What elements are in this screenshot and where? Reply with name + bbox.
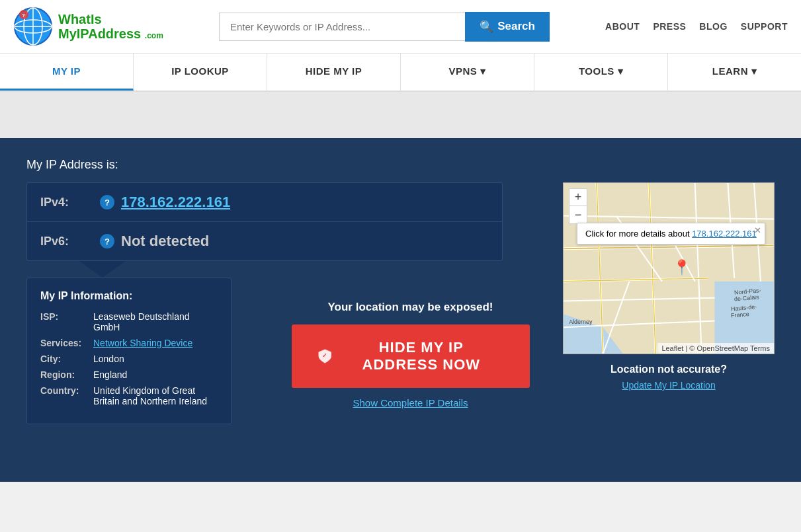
expose-panel: Your location may be exposed! ✓ HIDE MY … xyxy=(278,278,543,424)
show-details-link[interactable]: Show Complete IP Details xyxy=(353,397,468,408)
search-button[interactable]: 🔍 Search xyxy=(465,12,550,42)
ip-boxes: IPv4: ? 178.162.222.161 IPv6: ? Not dete… xyxy=(26,182,503,261)
map-tooltip-text: Click for more details about xyxy=(585,229,692,239)
svg-text:Alderney: Alderney xyxy=(569,319,593,325)
arrow-pointer xyxy=(79,261,126,278)
logo-text: WhatIs MyIPAddress .com xyxy=(58,12,163,41)
nav-tools[interactable]: TOOLS ▾ xyxy=(534,54,668,91)
map-attribution: Leaflet | © OpenStreetMap Terms xyxy=(657,343,774,354)
isp-row: ISP: Leaseweb Deutschland GmbH xyxy=(40,311,218,332)
map-zoom-in-button[interactable]: + xyxy=(569,189,587,206)
bottom-info: My IP Information: ISP: Leaseweb Deutsch… xyxy=(26,278,543,424)
map-tooltip: Click for more details about 178.162.222… xyxy=(577,223,765,245)
ipv6-value: Not detected xyxy=(121,233,209,250)
ip-address-title: My IP Address is: xyxy=(26,158,775,172)
svg-text:?: ? xyxy=(22,13,25,19)
location-question: Location not accurate? xyxy=(563,363,775,375)
ipv6-row: IPv6: ? Not detected xyxy=(27,222,502,260)
update-location-link[interactable]: Update My IP Location xyxy=(622,380,715,391)
support-link[interactable]: SUPPORT xyxy=(741,21,788,32)
nav-vpns[interactable]: VPNS ▾ xyxy=(401,54,534,91)
info-panel-wrapper: My IP Information: ISP: Leaseweb Deutsch… xyxy=(26,278,232,424)
search-icon: 🔍 xyxy=(480,20,493,34)
right-arrow-icon xyxy=(245,328,265,361)
about-link[interactable]: ABOUT xyxy=(605,21,640,32)
top-nav: ABOUT PRESS BLOG SUPPORT xyxy=(605,21,788,32)
isp-value: Leaseweb Deutschland GmbH xyxy=(93,311,218,332)
location-info: Location not accurate? Update My IP Loca… xyxy=(563,363,775,391)
nav-my-ip[interactable]: MY IP xyxy=(0,54,134,91)
map-tooltip-close[interactable]: ✕ xyxy=(754,225,761,235)
map-zoom-out-button[interactable]: − xyxy=(569,206,587,223)
region-value: England xyxy=(93,369,127,380)
hide-ip-button[interactable]: ✓ HIDE MY IP ADDRESS NOW xyxy=(292,324,530,388)
blog-link[interactable]: BLOG xyxy=(699,21,727,32)
map-location-pin: 📍 xyxy=(673,259,691,276)
search-area: 🔍 Search xyxy=(219,12,550,42)
svg-text:✓: ✓ xyxy=(322,352,328,359)
nav-hide-my-ip[interactable]: HIDE MY IP xyxy=(267,54,401,91)
logo-globe-icon: ? xyxy=(13,7,53,46)
map-zoom-controls: + − xyxy=(569,188,587,224)
ipv4-help-icon[interactable]: ? xyxy=(100,195,114,209)
nav-ip-lookup[interactable]: IP LOOKUP xyxy=(134,54,267,91)
map-tooltip-ip[interactable]: 178.162.222.161 xyxy=(692,229,757,239)
ipv4-value[interactable]: 178.162.222.161 xyxy=(121,194,230,211)
services-row: Services: Network Sharing Device xyxy=(40,338,218,348)
search-input[interactable] xyxy=(219,13,465,41)
country-value: United Kingdom of Great Britain and Nort… xyxy=(93,385,218,406)
info-panel: My IP Information: ISP: Leaseweb Deutsch… xyxy=(26,278,232,424)
map-container: Nord-Pas- de-Calais Hauts-de- France Ald… xyxy=(563,182,775,391)
left-column: IPv4: ? 178.162.222.161 IPv6: ? Not dete… xyxy=(26,182,543,424)
city-row: City: London xyxy=(40,354,218,364)
nav-learn[interactable]: LEARN ▾ xyxy=(668,54,801,91)
region-row: Region: England xyxy=(40,369,218,380)
nav-bar: MY IP IP LOOKUP HIDE MY IP VPNS ▾ TOOLS … xyxy=(0,54,801,92)
city-value: London xyxy=(93,354,124,364)
right-arrow-area xyxy=(245,278,265,424)
map-roads-svg: Nord-Pas- de-Calais Hauts-de- France Ald… xyxy=(564,183,774,354)
services-value[interactable]: Network Sharing Device xyxy=(93,338,192,348)
map-box[interactable]: Nord-Pas- de-Calais Hauts-de- France Ald… xyxy=(563,182,775,354)
ipv6-help-icon[interactable]: ? xyxy=(100,234,114,248)
shield-icon: ✓ xyxy=(318,347,332,365)
gray-spacer xyxy=(0,92,801,138)
country-row: Country: United Kingdom of Great Britain… xyxy=(40,385,218,406)
press-link[interactable]: PRESS xyxy=(653,21,686,32)
exposed-title: Your location may be exposed! xyxy=(327,301,493,314)
header: ? WhatIs MyIPAddress .com 🔍 Search ABOUT… xyxy=(0,0,801,54)
ipv4-row: IPv4: ? 178.162.222.161 xyxy=(27,183,502,222)
logo-area: ? WhatIs MyIPAddress .com xyxy=(13,7,163,46)
main-content: My IP Address is: IPv4: ? 178.162.222.16… xyxy=(0,138,801,482)
